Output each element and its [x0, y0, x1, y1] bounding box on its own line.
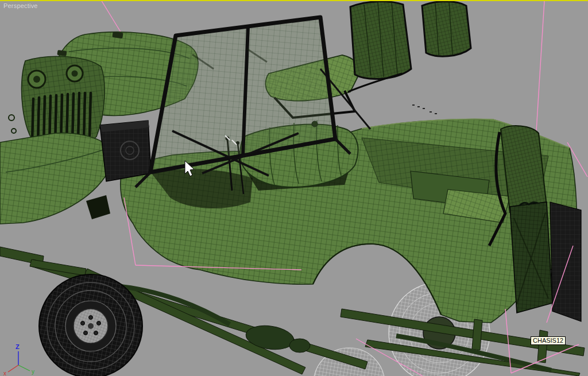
- front-fender[interactable]: [0, 133, 111, 224]
- viewport-perspective[interactable]: Z x y Perspective CHASIS12: [0, 0, 588, 376]
- viewport-canvas[interactable]: Z x y: [0, 0, 588, 376]
- axis-y-label: y: [32, 369, 34, 375]
- axis-x-label: x: [3, 370, 6, 376]
- active-viewport-border: [0, 0, 588, 1]
- axis-z-label: Z: [16, 343, 20, 350]
- seat-back-right[interactable]: [422, 1, 471, 56]
- headlight-left-center: [33, 76, 40, 83]
- viewport-label[interactable]: Perspective: [3, 2, 38, 9]
- object-name-tooltip: CHASIS12: [531, 336, 566, 345]
- vertex-ticks: [412, 104, 437, 114]
- jerry-can[interactable]: [510, 202, 552, 313]
- headlight-right-center: [72, 71, 78, 77]
- fender-step: [86, 195, 110, 219]
- front-wheel[interactable]: [39, 274, 142, 376]
- seat-back-left[interactable]: [350, 1, 411, 79]
- rear-dark-panel[interactable]: [550, 202, 581, 321]
- toolbox[interactable]: [100, 121, 151, 181]
- hub-cap: [88, 323, 94, 329]
- grille-hole: [9, 115, 14, 121]
- diff-housing: [289, 339, 310, 352]
- grille-hole: [11, 129, 16, 133]
- world-axis-gizmo: Z x y: [3, 343, 34, 376]
